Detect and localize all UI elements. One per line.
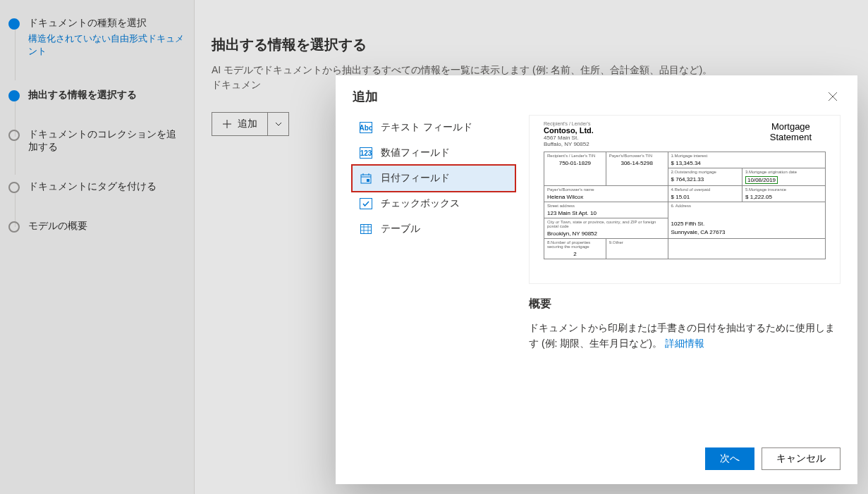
number-field-icon: 123 — [360, 147, 372, 159]
field-label: チェックボックス — [381, 197, 460, 210]
field-number[interactable]: 123 数値フィールド — [353, 140, 515, 166]
field-label: 数値フィールド — [381, 147, 450, 159]
field-text[interactable]: Abc テキスト フィールド — [353, 115, 515, 140]
field-type-list: Abc テキスト フィールド 123 数値フィールド 日付フィールド チェックボ… — [353, 115, 515, 438]
preview-company: Contoso, Ltd. — [544, 126, 594, 135]
preview-addr2: Buffalo, NY 90852 — [544, 141, 594, 147]
preview-doc-title2: Statement — [770, 132, 812, 142]
field-label: テキスト フィールド — [381, 121, 472, 134]
field-preview-panel: Recipient's / Lender's Contoso, Ltd. 456… — [529, 115, 841, 438]
cancel-button[interactable]: キャンセル — [762, 447, 841, 470]
overview-text: ドキュメントから印刷または手書きの日付を抽出するために使用します (例: 期限、… — [529, 320, 841, 352]
svg-rect-2 — [361, 225, 372, 234]
preview-table: Recipient's / Lender's TIN750-01-1829 Pa… — [544, 152, 826, 259]
field-checkbox[interactable]: チェックボックス — [353, 191, 515, 216]
next-button[interactable]: 次へ — [705, 447, 754, 470]
dialog-title: 追加 — [353, 88, 378, 105]
preview-label: Recipient's / Lender's — [544, 121, 594, 126]
field-label: 日付フィールド — [381, 172, 450, 185]
checkbox-field-icon — [360, 198, 372, 209]
highlighted-date: 10/08/2019 — [745, 176, 778, 184]
overview-heading: 概要 — [529, 297, 841, 311]
date-field-icon — [360, 173, 372, 184]
add-field-dialog: 追加 Abc テキスト フィールド 123 数値フィールド 日付フィールド — [336, 75, 857, 484]
preview-doc-title: Mortgage — [770, 121, 812, 132]
field-label: テーブル — [381, 223, 420, 235]
document-preview: Recipient's / Lender's Contoso, Ltd. 456… — [529, 115, 841, 284]
table-field-icon — [360, 223, 372, 235]
close-icon[interactable] — [825, 89, 841, 104]
field-date[interactable]: 日付フィールド — [353, 166, 515, 191]
more-info-link[interactable]: 詳細情報 — [665, 338, 704, 349]
text-field-icon: Abc — [360, 122, 372, 133]
field-table[interactable]: テーブル — [353, 216, 515, 242]
svg-rect-1 — [367, 179, 369, 182]
preview-addr1: 4567 Main St. — [544, 135, 594, 141]
